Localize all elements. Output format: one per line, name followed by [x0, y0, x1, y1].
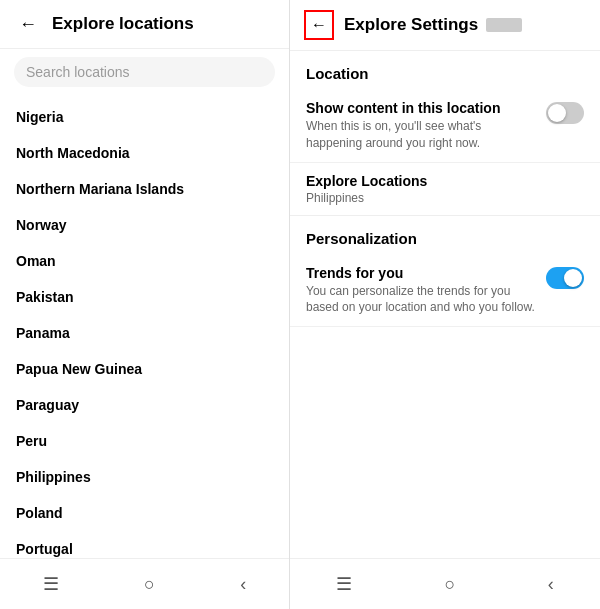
trends-for-you-toggle[interactable]	[546, 267, 584, 289]
location-item[interactable]: Norway	[0, 207, 289, 243]
home-icon-right[interactable]: ○	[435, 570, 466, 599]
trends-for-you-desc: You can personalize the trends for you b…	[306, 283, 536, 317]
user-avatar	[486, 18, 522, 32]
show-content-desc: When this is on, you'll see what's happe…	[306, 118, 536, 152]
location-item[interactable]: Poland	[0, 495, 289, 531]
show-content-toggle[interactable]	[546, 102, 584, 124]
right-header: ← Explore Settings	[290, 0, 600, 51]
location-list: NigeriaNorth MacedoniaNorthern Mariana I…	[0, 95, 289, 558]
right-panel: ← Explore Settings Location Show content…	[290, 0, 600, 609]
section-personalization-header: Personalization	[290, 216, 600, 255]
show-content-text: Show content in this location When this …	[306, 100, 536, 152]
right-bottom-nav: ☰ ○ ‹	[290, 558, 600, 609]
section-location-header: Location	[290, 51, 600, 90]
back-arrow-right: ←	[311, 16, 327, 34]
location-item[interactable]: Philippines	[0, 459, 289, 495]
location-item[interactable]: Papua New Guinea	[0, 351, 289, 387]
trends-for-you-text: Trends for you You can personalize the t…	[306, 265, 536, 317]
back-button-left[interactable]: ←	[14, 10, 42, 38]
left-bottom-nav: ☰ ○ ‹	[0, 558, 289, 609]
location-item[interactable]: Peru	[0, 423, 289, 459]
menu-icon-left[interactable]: ☰	[33, 569, 69, 599]
left-header: ← Explore locations	[0, 0, 289, 49]
back-icon-left[interactable]: ‹	[230, 570, 256, 599]
show-content-label: Show content in this location	[306, 100, 536, 116]
location-item[interactable]: Oman	[0, 243, 289, 279]
left-panel: ← Explore locations Search locations Nig…	[0, 0, 290, 609]
explore-locations-value: Philippines	[306, 191, 584, 205]
trends-for-you-label: Trends for you	[306, 265, 536, 281]
back-arrow-left: ←	[19, 14, 37, 35]
trends-for-you-row: Trends for you You can personalize the t…	[290, 255, 600, 328]
location-item[interactable]: Northern Mariana Islands	[0, 171, 289, 207]
home-icon-left[interactable]: ○	[134, 570, 165, 599]
back-button-right[interactable]: ←	[304, 10, 334, 40]
location-item[interactable]: Nigeria	[0, 99, 289, 135]
explore-locations-row[interactable]: Explore Locations Philippines	[290, 163, 600, 216]
location-item[interactable]: North Macedonia	[0, 135, 289, 171]
back-icon-right[interactable]: ‹	[538, 570, 564, 599]
right-content: Location Show content in this location W…	[290, 51, 600, 558]
location-item[interactable]: Portugal	[0, 531, 289, 558]
location-item[interactable]: Panama	[0, 315, 289, 351]
location-item[interactable]: Paraguay	[0, 387, 289, 423]
right-title: Explore Settings	[344, 15, 478, 35]
search-bar[interactable]: Search locations	[14, 57, 275, 87]
location-item[interactable]: Pakistan	[0, 279, 289, 315]
left-title: Explore locations	[52, 14, 194, 34]
menu-icon-right[interactable]: ☰	[326, 569, 362, 599]
show-content-row: Show content in this location When this …	[290, 90, 600, 163]
explore-locations-label: Explore Locations	[306, 173, 584, 189]
